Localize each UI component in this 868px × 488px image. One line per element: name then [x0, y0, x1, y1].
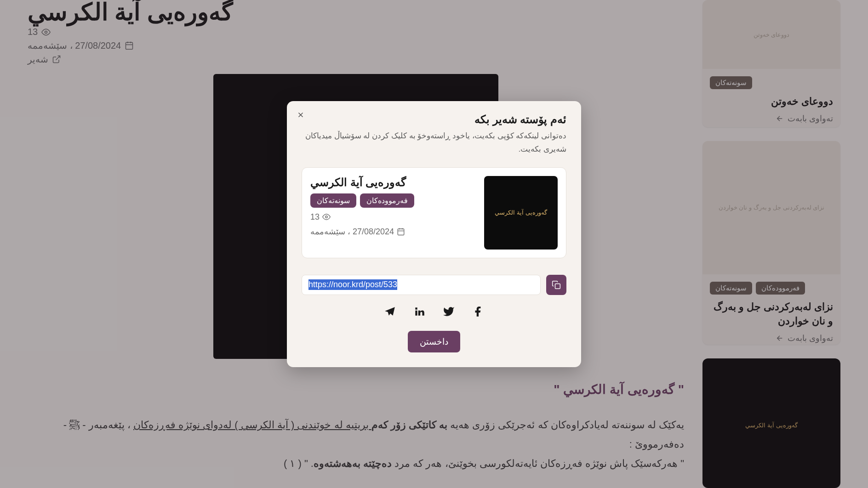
- url-text: https://noor.krd/post/533: [308, 279, 397, 290]
- share-modal: ئەم پۆستە شەیر بکە دەتوانی لینکەکە کۆپی …: [287, 101, 581, 367]
- copy-button[interactable]: [546, 275, 566, 295]
- preview-thumb: گەورەیی آیة الكرسي: [484, 176, 558, 250]
- linkedin-icon: [413, 306, 425, 318]
- preview-title: گەورەیی آیة الكرسي: [310, 176, 406, 189]
- url-input[interactable]: https://noor.krd/post/533: [302, 275, 541, 295]
- close-button[interactable]: داخستن: [408, 331, 460, 352]
- calendar-icon: [397, 227, 405, 236]
- svg-rect-11: [398, 229, 404, 235]
- telegram-share[interactable]: [383, 305, 396, 318]
- social-row: [302, 305, 566, 318]
- linkedin-share[interactable]: [413, 305, 426, 318]
- copy-icon: [552, 280, 561, 289]
- preview-views: 13: [310, 212, 331, 222]
- telegram-icon: [384, 306, 396, 318]
- tag: فەرموودەکان: [360, 193, 414, 208]
- facebook-share[interactable]: [472, 305, 485, 318]
- facebook-icon: [472, 306, 484, 318]
- preview-date: 27/08/2024 ، سێشەممە: [310, 227, 405, 237]
- twitter-icon: [443, 306, 455, 318]
- tag: سونەتەکان: [310, 193, 356, 208]
- eye-icon: [322, 213, 331, 221]
- close-icon[interactable]: [295, 109, 306, 120]
- url-row: https://noor.krd/post/533: [302, 275, 566, 295]
- svg-point-10: [326, 216, 328, 218]
- twitter-share[interactable]: [442, 305, 455, 318]
- modal-title: ئەم پۆستە شەیر بکە: [302, 113, 566, 126]
- share-preview-card: گەورەیی آیة الكرسي گەورەیی آیة الكرسي فە…: [302, 167, 566, 258]
- modal-subtitle: دەتوانی لینکەکە کۆپی بکەیت، یاخود ڕاستەو…: [302, 130, 566, 156]
- svg-rect-15: [555, 284, 560, 289]
- modal-overlay[interactable]: ئەم پۆستە شەیر بکە دەتوانی لینکەکە کۆپی …: [0, 0, 868, 488]
- preview-tags: فەرموودەکان سونەتەکان: [310, 193, 414, 208]
